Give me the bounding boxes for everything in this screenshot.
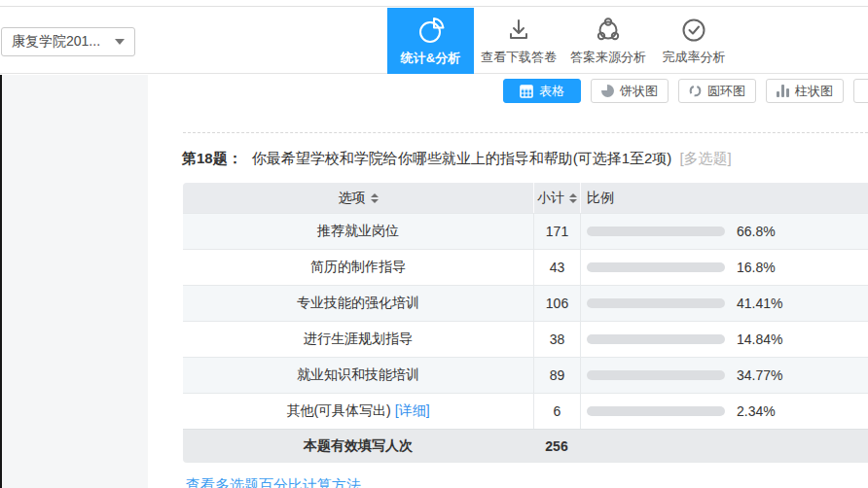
percent-label: 2.34% [737,403,776,419]
ratio-bar-track [587,334,725,344]
view-button-label: 表格 [539,83,564,100]
percent-label: 34.77% [737,367,782,383]
subtotal-cell: 6 [533,394,580,429]
ring-icon [689,85,702,97]
ratio-bar-track [587,298,725,308]
percent-calc-link[interactable]: 查看多选题百分比计算方法 [186,476,361,488]
ratio-bar-track [587,262,725,272]
nav-tab-download-answers[interactable]: 查看下载答卷 [474,8,563,74]
nav-tab-label: 查看下载答卷 [481,49,557,66]
nav-tab-completion-rate[interactable]: 完成率分析 [653,8,735,74]
table-row: 就业知识和技能培训 89 34.77% [183,357,868,393]
ratio-cell: 66.8% [580,214,868,249]
pie-icon [601,85,614,97]
header-option[interactable]: 选项 [183,190,533,207]
table-row: 专业技能的强化培训 106 41.41% [183,285,868,321]
table-row: 进行生涯规划指导 38 14.84% [183,321,868,357]
table-row: 推荐就业岗位 171 66.8% [183,213,868,249]
subtotal-cell: 89 [533,358,580,393]
footer-label: 本题有效填写人次 [183,437,533,455]
check-circle-icon [680,17,707,44]
percent-label: 16.8% [737,260,776,275]
view-button-bar-chart-partial[interactable] [853,79,868,103]
chevron-down-icon [115,39,125,45]
option-cell: 简历的制作指导 [183,259,533,276]
nav-tab-answer-source[interactable]: 答案来源分析 [563,8,653,74]
view-button-label: 饼状图 [620,83,658,100]
nav-tab-statistics[interactable]: 统计&分析 [387,8,474,74]
view-button-label: 柱状图 [795,83,833,100]
option-cell: 就业知识和技能培训 [183,366,533,384]
table-row: 简历的制作指导 43 16.8% [183,249,868,285]
ratio-cell: 34.77% [580,358,868,393]
subtotal-cell: 38 [533,322,580,357]
ratio-cell: 14.84% [580,322,868,357]
table-grid-icon [520,85,533,98]
percent-label: 14.84% [737,331,782,347]
question-separator [183,132,868,133]
survey-selector-value: 康复学院201... [12,33,100,51]
sort-icon [371,193,379,203]
download-icon [505,17,532,44]
option-text: 其他(可具体写出) [286,402,390,420]
table-footer-row: 本题有效填写人次 256 [183,429,868,463]
view-button-table[interactable]: 表格 [503,79,581,103]
view-button-label: 圆环图 [707,83,745,100]
survey-selector-dropdown[interactable]: 康复学院201... [1,27,135,56]
view-button-column-chart[interactable]: 柱状图 [766,79,844,103]
ratio-cell: 41.41% [580,286,868,321]
subtotal-cell: 43 [533,250,580,285]
percent-label: 41.41% [737,296,782,311]
view-button-ring-chart[interactable]: 圆环图 [678,79,756,103]
percent-label: 66.8% [737,224,776,239]
question-text: 你最希望学校和学院给你哪些就业上的指导和帮助(可选择1至2项) [252,150,672,166]
nav-tab-label: 答案来源分析 [570,49,646,66]
source-network-icon [595,17,622,44]
ratio-cell: 16.8% [580,250,868,285]
table-row: 其他(可具体写出) [详细] 6 2.34% [183,393,868,429]
survey-statistics-page: 康复学院201... 统计&分析 查看下载答卷 [0,0,868,488]
left-edge-line [0,75,2,488]
question-title: 第18题：你最希望学校和学院给你哪些就业上的指导和帮助(可选择1至2项)[多选题… [182,150,732,168]
left-side-panel [0,75,148,488]
nav-tab-label: 统计&分析 [401,50,460,67]
subtotal-cell: 106 [533,286,580,321]
header-ratio: 比例 [580,183,868,213]
top-bar: 康复学院201... 统计&分析 查看下载答卷 [0,0,868,74]
option-cell: 专业技能的强化培训 [183,295,533,312]
question-type-tag: [多选题] [679,150,731,166]
ratio-bar-track [587,370,725,380]
option-cell: 进行生涯规划指导 [183,331,533,348]
view-button-pie-chart[interactable]: 饼状图 [591,79,669,103]
column-chart-icon [777,85,789,97]
subtotal-cell: 171 [533,214,580,249]
header-subtotal[interactable]: 小计 [533,183,580,213]
sort-icon [569,193,577,203]
ratio-bar-track [587,227,725,236]
pie-chart-icon [416,16,446,45]
ratio-cell: 2.34% [580,394,868,429]
table-header-row: 选项 小计 比例 [183,183,868,213]
option-cell: 推荐就业岗位 [183,223,533,240]
footer-subtotal: 256 [533,438,580,454]
top-divider [0,6,868,7]
option-cell: 其他(可具体写出) [详细] [183,402,533,420]
nav-tab-label: 完成率分析 [663,49,726,66]
question-number: 第18题： [182,150,242,166]
detail-link[interactable]: [详细] [395,402,430,420]
stats-table: 选项 小计 比例 推荐就业岗位 171 66.8% 简历的制作指导 43 [183,183,868,463]
ratio-bar-track [587,406,725,416]
